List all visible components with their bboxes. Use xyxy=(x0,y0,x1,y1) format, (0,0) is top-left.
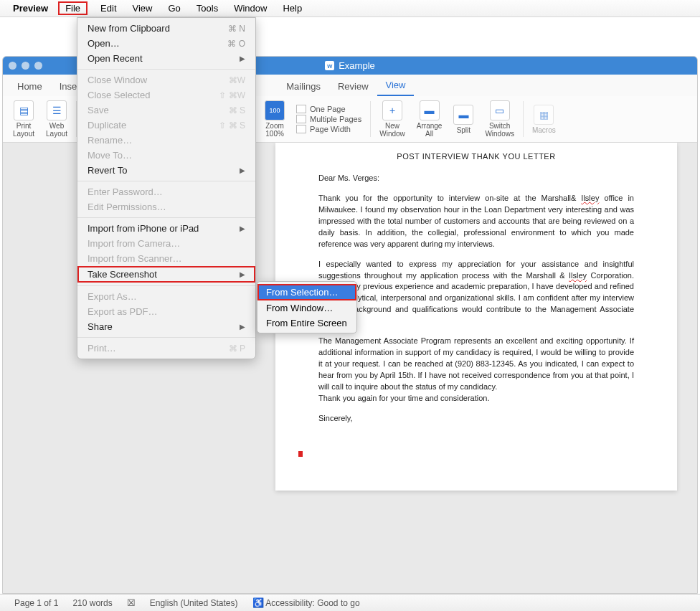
menu-import-scanner: Import from Scanner… xyxy=(77,251,255,266)
chevron-right-icon: ▶ xyxy=(240,270,245,278)
menu-separator xyxy=(77,337,255,338)
status-bar: Page 1 of 1 210 words ☒ English (United … xyxy=(0,594,700,611)
zoom-dot[interactable] xyxy=(34,62,42,70)
page-width-icon xyxy=(296,125,306,133)
screenshot-submenu: From Selection… From Window… From Entire… xyxy=(257,281,357,333)
menu-take-screenshot[interactable]: Take Screenshot▶ xyxy=(77,266,255,283)
menu-edit[interactable]: Edit xyxy=(98,1,119,15)
menu-close-selected: Close Selected⇧ ⌘W xyxy=(77,87,255,103)
traffic-lights[interactable] xyxy=(9,62,42,70)
word-doc-icon: w xyxy=(325,61,334,70)
chevron-right-icon: ▶ xyxy=(240,323,245,331)
tab-home[interactable]: Home xyxy=(9,77,51,96)
chevron-right-icon: ▶ xyxy=(240,224,245,232)
menu-view[interactable]: View xyxy=(130,1,156,15)
menu-print: Print…⌘ P xyxy=(77,341,255,356)
menu-edit-permissions: Edit Permissions… xyxy=(77,199,255,214)
window-title: w Example xyxy=(325,60,375,71)
file-dropdown: New from Clipboard⌘ N Open…⌘ O Open Rece… xyxy=(77,17,256,359)
btn-split[interactable]: ▬Split xyxy=(448,96,479,142)
print-layout-icon: ▤ xyxy=(14,100,34,120)
menu-rename: Rename… xyxy=(77,133,255,148)
menu-open-recent[interactable]: Open Recent▶ xyxy=(77,51,255,66)
macos-menubar: Preview File Edit View Go Tools Window H… xyxy=(0,0,700,17)
doc-closing: Sincerely, xyxy=(318,413,634,425)
status-page[interactable]: Page 1 of 1 xyxy=(14,598,58,608)
web-layout-icon: ☰ xyxy=(47,100,67,120)
app-name[interactable]: Preview xyxy=(13,3,48,14)
minimize-dot[interactable] xyxy=(22,62,29,70)
menu-close-window: Close Window⌘W xyxy=(77,72,255,87)
ribbon-separator xyxy=(523,101,524,137)
btn-print-layout[interactable]: ▤Print Layout xyxy=(7,96,40,142)
btn-one-page[interactable]: One Page xyxy=(296,104,346,114)
doc-para-2: I especially wanted to express my apprec… xyxy=(318,259,634,328)
one-page-icon xyxy=(296,105,306,113)
doc-para-1: Thank you for the opportunity to intervi… xyxy=(318,193,634,250)
ribbon-separator xyxy=(370,101,371,137)
btn-switch-windows[interactable]: ▭Switch Windows xyxy=(479,96,520,142)
arrange-all-icon: ▬ xyxy=(420,100,440,120)
menu-help[interactable]: Help xyxy=(280,1,305,15)
split-icon: ▬ xyxy=(453,105,473,125)
tab-view[interactable]: View xyxy=(377,75,415,96)
page-view-group: One Page Multiple Pages Page Width xyxy=(290,96,367,142)
menu-export-pdf: Export as PDF… xyxy=(77,304,255,319)
tab-mailings[interactable]: Mailings xyxy=(278,77,329,96)
cursor-marker xyxy=(298,451,303,457)
menu-save: Save⌘ S xyxy=(77,103,255,118)
menu-import-camera: Import from Camera… xyxy=(77,236,255,251)
menu-new-from-clipboard[interactable]: New from Clipboard⌘ N xyxy=(77,21,255,36)
menu-separator xyxy=(77,69,255,70)
multiple-pages-icon xyxy=(296,115,306,123)
menu-export-as: Export As… xyxy=(77,289,255,304)
btn-arrange-all[interactable]: ▬Arrange All xyxy=(411,96,448,142)
chevron-right-icon: ▶ xyxy=(240,55,245,62)
menu-window[interactable]: Window xyxy=(231,1,270,15)
zoom-icon: 100 xyxy=(265,100,285,120)
macros-icon: ▦ xyxy=(534,105,554,125)
menu-revert-to[interactable]: Revert To▶ xyxy=(77,163,255,178)
menu-separator xyxy=(77,285,255,286)
status-language[interactable]: English (United States) xyxy=(150,598,238,608)
chevron-right-icon: ▶ xyxy=(240,166,245,174)
btn-new-window[interactable]: +New Window xyxy=(374,96,411,142)
menu-open[interactable]: Open…⌘ O xyxy=(77,36,255,51)
menu-tools[interactable]: Tools xyxy=(194,1,221,15)
menu-share[interactable]: Share▶ xyxy=(77,319,255,334)
status-accessibility[interactable]: ♿ Accessibility: Good to go xyxy=(252,597,360,608)
status-words[interactable]: 210 words xyxy=(72,598,112,608)
menu-enter-password: Enter Password… xyxy=(77,184,255,199)
menu-separator xyxy=(77,181,255,181)
close-dot[interactable] xyxy=(9,62,16,70)
btn-web-layout[interactable]: ☰Web Layout xyxy=(40,96,73,142)
btn-page-width[interactable]: Page Width xyxy=(296,124,351,134)
menu-separator xyxy=(77,217,255,218)
menu-duplicate: Duplicate⇧ ⌘ S xyxy=(77,118,255,133)
btn-zoom[interactable]: 100Zoom 100% xyxy=(259,96,290,142)
submenu-from-entire-screen[interactable]: From Entire Screen xyxy=(257,316,356,331)
menu-file[interactable]: File xyxy=(58,1,88,15)
window-title-text: Example xyxy=(339,60,375,71)
submenu-from-selection[interactable]: From Selection… xyxy=(257,284,356,300)
new-window-icon: + xyxy=(382,100,402,120)
submenu-from-window[interactable]: From Window… xyxy=(257,300,356,316)
doc-title: POST INTERVIEW THANK YOU LETTER xyxy=(318,151,634,163)
btn-multiple-pages[interactable]: Multiple Pages xyxy=(296,114,361,124)
menu-import-iphone[interactable]: Import from iPhone or iPad▶ xyxy=(77,221,255,236)
spellcheck-icon[interactable]: ☒ xyxy=(127,597,136,608)
doc-para-3: The Management Associate Program represe… xyxy=(318,336,634,393)
switch-windows-icon: ▭ xyxy=(490,100,510,120)
doc-para-4: Thank you again for your time and consid… xyxy=(318,393,634,404)
tab-review[interactable]: Review xyxy=(329,77,377,96)
accessibility-icon: ♿ xyxy=(252,597,264,608)
menu-go[interactable]: Go xyxy=(165,1,183,15)
doc-greeting: Dear Ms. Verges: xyxy=(318,173,634,184)
btn-macros[interactable]: ▦Macros xyxy=(526,96,562,142)
menu-move-to: Move To… xyxy=(77,148,255,163)
